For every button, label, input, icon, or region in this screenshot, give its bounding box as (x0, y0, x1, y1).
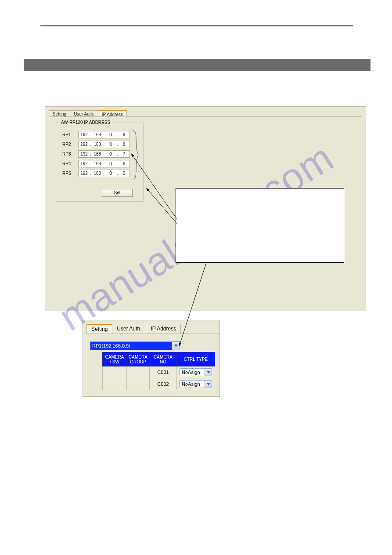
section-bar (24, 59, 370, 71)
col-camera-no: CAMERA NO (150, 352, 177, 366)
chevron-down-icon (205, 381, 212, 388)
ip-label-rp2: RP2 (62, 142, 74, 147)
tab2-user-auth[interactable]: User Auth. (112, 324, 146, 334)
ip-row-rp2: RP2 192. 168. 0. 8 (62, 141, 130, 148)
chevron-down-icon (205, 369, 212, 376)
cell-camera-no-2: C002 (150, 378, 177, 390)
top-rule (40, 25, 353, 26)
ip-field-rp3[interactable]: 192. 168. 0. 7 (78, 150, 130, 158)
cell-ctrl-type-2: NoAsign (177, 378, 215, 390)
ip-row-rp3: RP3 192. 168. 0. 7 (62, 150, 130, 158)
ip-row-rp4: RP4 192. 168. 0. 6 (62, 160, 130, 167)
ip-field-rp5[interactable]: 192. 168. 0. 5 (78, 170, 130, 177)
ctrl-type-select-1[interactable]: NoAsign (180, 368, 212, 376)
ip-row-rp5: RP5 192. 168. 0. 5 (62, 170, 130, 177)
cell-camera-no-1: C001 (150, 366, 177, 378)
tab2-underline (86, 334, 219, 334)
ip-label-rp5: RP5 (62, 171, 74, 176)
table-row: C001 NoAsign (103, 366, 215, 378)
ip-address-groupbox: AW-RP120 IP ADDRESS RP1 192. 168. 0. 9 R… (56, 123, 144, 202)
col-camera-sw: CAMERA / SW (103, 352, 127, 366)
groupbox-title: AW-RP120 IP ADDRESS (60, 120, 111, 125)
camera-table: CAMERA / SW CAMERA GROUP CAMERA NO CTRL … (102, 352, 215, 390)
ip-label-rp1: RP1 (62, 132, 74, 137)
setting-tab-screenshot: Setting User Auth. IP Address RP1(192.16… (83, 320, 220, 397)
col-ctrl-type: CTRL TYPE (177, 352, 215, 366)
ip-label-rp3: RP3 (62, 152, 74, 156)
tab2-setting[interactable]: Setting (86, 324, 112, 334)
rp-select-combo[interactable]: RP1(192.168.0.9) (90, 341, 180, 350)
set-button[interactable]: Set (102, 189, 133, 197)
ip-field-rp2[interactable]: 192. 168. 0. 8 (78, 141, 130, 148)
col-camera-group: CAMERA GROUP (127, 352, 150, 366)
ip-field-rp4[interactable]: 192. 168. 0. 6 (78, 160, 130, 167)
cell-ctrl-type-1: NoAsign (177, 366, 215, 378)
cell-camera-sw (103, 366, 127, 390)
tab2-ip-address[interactable]: IP Address (146, 324, 181, 334)
combo-value: RP1(192.168.0.9) (92, 343, 130, 348)
curly-brace-icon (131, 129, 139, 180)
ip-row-rp1: RP1 192. 168. 0. 9 (62, 131, 130, 138)
ip-field-rp1[interactable]: 192. 168. 0. 9 (78, 131, 130, 138)
tab-strip-lower: Setting User Auth. IP Address (86, 324, 180, 334)
ctrl-type-select-2[interactable]: NoAsign (180, 380, 212, 388)
ip-label-rp4: RP4 (62, 161, 74, 166)
callout-box (176, 188, 344, 263)
chevron-down-icon (172, 342, 180, 350)
tab-underline (49, 116, 362, 117)
table-header-row: CAMERA / SW CAMERA GROUP CAMERA NO CTRL … (103, 352, 215, 366)
cell-camera-group (127, 366, 150, 390)
